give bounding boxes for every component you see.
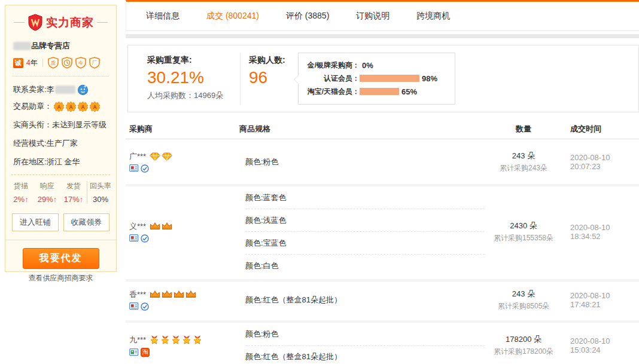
buyer-count-block: 采购人数: 96 <box>249 55 285 87</box>
table-row: 广*** 颜色:粉色 243 朵 累计采购243朵 2020-0 <box>126 142 639 182</box>
page: 实力商家 品牌专营店 诚 4年 质 今 厂 联系卖家: <box>0 0 639 364</box>
contact-label: 联系卖家: <box>13 84 47 95</box>
header-quantity: 数量 <box>485 124 562 134</box>
divider-band <box>126 34 639 38</box>
quantity-cell: 243 朵 累计采购243朵 <box>485 142 562 182</box>
id-card-icon <box>129 234 139 242</box>
membership-years: 4年 <box>26 58 38 68</box>
enter-shop-button[interactable]: 进入旺铺 <box>12 213 59 231</box>
dropship-button[interactable]: 我要代发 <box>23 248 99 269</box>
quantity-value: 2430 朵 <box>510 221 537 231</box>
crown-level-icon <box>174 290 184 299</box>
divider <box>240 53 241 105</box>
trade-medal-icon: A <box>66 102 76 112</box>
factory-shield-icon: 厂 <box>89 57 100 69</box>
table-row: 义*** 颜色:蓝套色 颜色:浅蓝色 颜色:宝蓝色 颜色:白色 <box>126 184 639 277</box>
purchase-stats-panel: 采购重复率: 30.21% 人均采购数：14969朵 采购人数: 96 金/银牌… <box>127 45 639 112</box>
trade-medal-icon: A <box>54 102 64 112</box>
id-card-icon <box>129 164 139 172</box>
cumulative-purchase: 累计采购243朵 <box>500 163 547 173</box>
buyer-cell: 广*** <box>126 142 239 182</box>
header-buyer: 采购商 <box>126 124 239 134</box>
crown-level-icon <box>162 222 172 231</box>
quantity-cell: 178200 朵 累计采购178200朵 <box>485 323 562 364</box>
business-model-row: 经营模式:生产厂家 <box>13 138 116 149</box>
tab-order-instructions[interactable]: 订购说明 <box>356 11 390 22</box>
divider <box>97 22 108 23</box>
trade-medals-row: 交易勋章： A A A A <box>13 101 116 112</box>
quantity-cell: 2430 朵 累计采购155358朵 <box>485 186 562 277</box>
spec-cell: 颜色:粉色 颜色:红色（整盒81朵起批） <box>239 323 485 364</box>
spec-cell: 颜色:红色（整盒81朵起批） <box>239 282 485 318</box>
wangwang-chat-icon[interactable] <box>78 85 88 95</box>
spec-cell: 颜色:蓝套色 颜色:浅蓝色 颜色:宝蓝色 颜色:白色 <box>239 186 485 277</box>
blurred-seller-name <box>55 85 75 94</box>
seller-name: 李 <box>47 84 54 95</box>
integrity-badge-icon: 诚 <box>13 58 23 68</box>
buyer-name: 广*** <box>129 151 146 162</box>
spec-line: 颜色:白色 <box>245 254 485 277</box>
svg-text:今: 今 <box>78 60 83 66</box>
merchant-title-row: 实商头衔：未达到显示等级 <box>13 120 116 130</box>
diamond-level-icon <box>162 152 172 161</box>
verified-seal-icon <box>141 234 149 243</box>
shop-name-row: 品牌专营店 <box>13 41 116 51</box>
avg-purchase: 人均采购数：14969朵 <box>147 90 223 101</box>
trade-medal-icon: A <box>90 102 100 112</box>
buyer-cell: 义*** <box>126 186 239 277</box>
deals-table: 采购商 商品规格 数量 成交时间 广*** <box>126 120 639 364</box>
header-spec: 商品规格 <box>239 124 485 134</box>
crown-level-icon <box>150 222 160 231</box>
repeat-rate-label: 采购重复率: <box>147 55 223 66</box>
contact-seller-row: 联系卖家:李 <box>13 84 116 95</box>
buyer-count-value: 96 <box>249 68 285 87</box>
spec-line: 颜色:宝蓝色 <box>245 231 485 254</box>
buyer-cell: 香*** <box>126 282 239 318</box>
tab-deals[interactable]: 成交 (800241) <box>206 11 259 22</box>
strength-merchant-label: 实力商家 <box>46 15 94 30</box>
star-medal-icon <box>193 335 202 344</box>
supplier-requirements-link[interactable]: 查看供应商招商要求 <box>5 273 116 283</box>
quantity-value: 243 朵 <box>512 151 535 161</box>
metric-return-rate: 回头率 30% <box>87 181 114 204</box>
tab-reviews[interactable]: 评价 (3885) <box>286 11 329 22</box>
id-card-icon <box>129 302 139 310</box>
buyer-name: 九*** <box>129 335 146 345</box>
spec-line: 颜色:粉色 <box>245 323 485 345</box>
chart-row-gold-silver: 金/银牌采购商： 0% <box>302 59 449 72</box>
quantity-value: 178200 朵 <box>506 334 541 345</box>
star-medal-icon <box>171 335 181 344</box>
service-metrics: 货描 2%↑ 响应 29%↑ 发货 17%↑ 回头率 30% <box>8 181 114 204</box>
buyer-cell: 九*** 淘 <box>126 323 239 364</box>
chart-row-taobao-tmall: 淘宝/天猫会员： 65% <box>302 85 449 98</box>
deal-time: 2020-08-10 17:48:21 <box>562 282 639 318</box>
metric-response: 响应 29%↑ <box>34 181 60 204</box>
star-medal-icon <box>150 335 159 344</box>
buyer-name: 义*** <box>129 221 146 232</box>
spec-line: 颜色:红色（整盒81朵起批） <box>245 345 485 364</box>
divider <box>42 59 43 67</box>
metric-goods-desc: 货描 2%↑ <box>8 181 34 204</box>
shield-logo-icon <box>28 14 43 31</box>
verified-seal-icon <box>141 164 149 173</box>
quantity-cell: 243 朵 累计采购8505朵 <box>485 282 562 318</box>
tab-crossborder[interactable]: 跨境商机 <box>416 11 450 22</box>
tab-detail-info[interactable]: 详细信息 <box>146 11 179 22</box>
promise-shield-icon: 今 <box>75 57 86 69</box>
deal-time: 2020-08-10 15:03:24 <box>562 323 639 364</box>
buyer-composition-callout: 金/银牌采购商： 0% 认证会员： 98% 淘宝/天猫会员： 65% <box>298 53 455 105</box>
header-time: 成交时间 <box>562 124 639 134</box>
metric-shipping: 发货 17%↑ <box>60 181 87 204</box>
divider <box>14 22 25 23</box>
crown-level-icon <box>185 290 196 299</box>
crown-level-icon <box>150 290 160 299</box>
id-card-icon <box>129 348 139 356</box>
verified-seal-icon <box>141 302 149 311</box>
trade-medal-icon: A <box>78 102 88 112</box>
divider <box>11 175 110 175</box>
table-row: 九*** 淘 颜色:粉色 颜色:红色（整盒81朵起批） <box>126 320 639 364</box>
quality-glyph: 质 <box>50 60 56 66</box>
star-medal-icon <box>160 335 170 344</box>
favorite-coupon-button[interactable]: 收藏领券 <box>63 213 110 231</box>
table-header: 采购商 商品规格 数量 成交时间 <box>126 120 639 139</box>
